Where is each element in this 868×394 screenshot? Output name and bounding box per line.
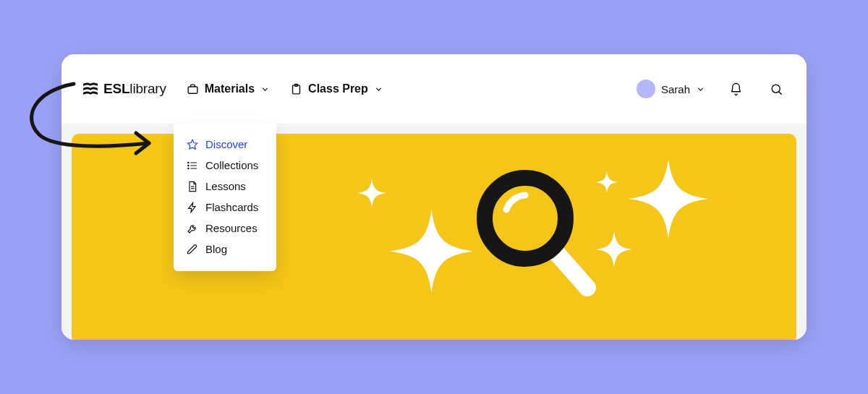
magnifier-icon — [473, 166, 596, 296]
user-menu[interactable]: Sarah — [637, 80, 705, 98]
dropdown-item-flashcards[interactable]: Flashcards — [174, 197, 276, 218]
nav-materials[interactable]: Materials — [187, 82, 270, 95]
chevron-down-icon — [374, 85, 383, 94]
sparkle-icon — [629, 159, 708, 239]
dropdown-item-label: Discover — [205, 138, 247, 150]
nav-classprep[interactable]: Class Prep — [290, 82, 383, 95]
svg-rect-0 — [188, 86, 197, 93]
bell-icon — [729, 82, 743, 96]
dropdown-item-label: Resources — [205, 222, 258, 234]
books-icon — [82, 82, 99, 96]
dropdown-item-discover[interactable]: Discover — [174, 134, 276, 155]
dropdown-item-label: Flashcards — [205, 201, 258, 213]
avatar — [637, 80, 655, 98]
clipboard-icon — [290, 83, 302, 95]
brand-name: ESLlibrary — [103, 81, 166, 97]
user-name: Sarah — [661, 83, 690, 95]
svg-point-5 — [485, 178, 566, 259]
dropdown-item-lessons[interactable]: Lessons — [174, 176, 276, 197]
dropdown-item-collections[interactable]: Collections — [174, 155, 276, 176]
chevron-down-icon — [260, 85, 270, 94]
list-icon — [187, 160, 198, 171]
dropdown-item-label: Blog — [205, 243, 227, 255]
brand-logo[interactable]: ESLlibrary — [82, 81, 166, 97]
svg-point-9 — [188, 162, 189, 163]
search-button[interactable] — [766, 79, 786, 99]
topbar: ESLlibrary Materials Class Prep Sarah — [61, 54, 807, 124]
dropdown-item-label: Collections — [205, 159, 258, 171]
sparkle-icon — [596, 171, 618, 193]
chevron-down-icon — [696, 85, 705, 94]
notifications-button[interactable] — [726, 79, 746, 99]
svg-point-10 — [188, 165, 189, 166]
search-icon — [770, 82, 783, 96]
wrench-icon — [187, 223, 198, 234]
dropdown-item-resources[interactable]: Resources — [174, 218, 276, 239]
materials-dropdown: Discover Collections Lessons Flashcards … — [174, 124, 276, 271]
document-icon — [187, 181, 198, 192]
pencil-icon — [187, 244, 198, 255]
nav-classprep-label: Class Prep — [308, 82, 368, 95]
svg-point-11 — [188, 168, 189, 168]
sparkle-icon — [390, 210, 473, 293]
app-window: ESLlibrary Materials Class Prep Sarah — [61, 54, 807, 340]
star-icon — [187, 139, 198, 150]
svg-point-3 — [772, 85, 780, 93]
sparkle-icon — [357, 179, 386, 207]
nav-materials-label: Materials — [205, 82, 255, 95]
dropdown-item-label: Lessons — [205, 180, 246, 192]
dropdown-item-blog[interactable]: Blog — [174, 239, 276, 260]
briefcase-icon — [187, 83, 199, 95]
lightning-icon — [187, 202, 198, 213]
sparkle-icon — [596, 231, 632, 267]
